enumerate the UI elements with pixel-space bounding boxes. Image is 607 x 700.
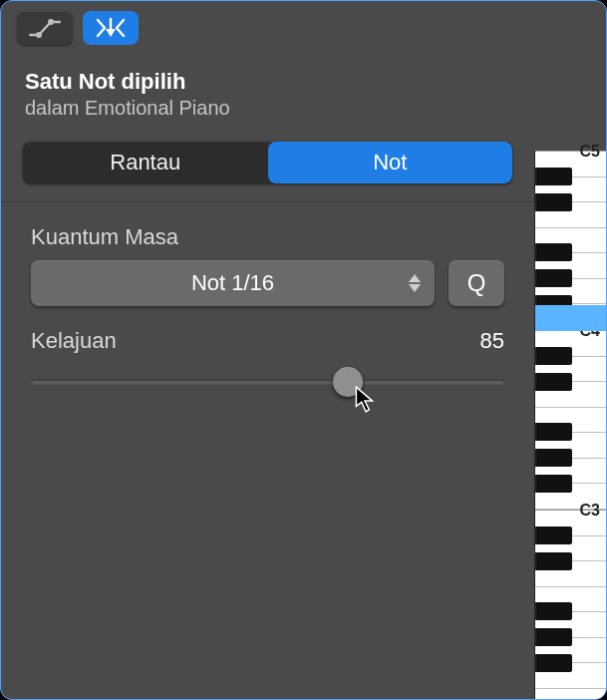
midi-in-icon <box>95 17 127 39</box>
velocity-value: 85 <box>480 328 504 354</box>
segment-note[interactable]: Not <box>268 142 513 183</box>
octave-c5[interactable]: C5 <box>535 151 606 330</box>
slider-track <box>31 380 504 385</box>
midi-in-tool-button[interactable] <box>83 11 139 45</box>
slider-thumb[interactable] <box>333 367 363 397</box>
main-area: Satu Not dipilih dalam Emotional Piano R… <box>1 1 534 699</box>
stepper-icon <box>409 274 421 292</box>
header: Satu Not dipilih dalam Emotional Piano <box>1 49 534 136</box>
c4-highlight <box>535 305 606 331</box>
svg-point-0 <box>36 32 42 38</box>
controls: Kuantum Masa Not 1/16 Q Kelajuan 85 <box>1 202 534 396</box>
mode-segmented-control[interactable]: Rantau Not <box>23 142 512 183</box>
octave-c4[interactable]: C4 <box>535 330 606 510</box>
svg-point-1 <box>48 19 54 25</box>
toolbar <box>1 1 534 49</box>
automation-tool-button[interactable] <box>17 11 73 45</box>
time-quantize-select[interactable]: Not 1/16 <box>31 260 435 306</box>
automation-icon <box>29 17 61 39</box>
velocity-label: Kelajuan <box>31 328 117 354</box>
svg-marker-5 <box>409 284 421 292</box>
velocity-slider[interactable] <box>31 368 504 396</box>
octave-c3[interactable]: C3 <box>535 510 606 689</box>
editor-panel: Satu Not dipilih dalam Emotional Piano R… <box>0 0 607 700</box>
svg-marker-3 <box>106 29 116 37</box>
segment-region[interactable]: Rantau <box>23 142 268 183</box>
selection-subtitle: dalam Emotional Piano <box>25 97 510 120</box>
time-quantize-label: Kuantum Masa <box>31 224 504 250</box>
svg-marker-4 <box>409 274 421 282</box>
selection-title: Satu Not dipilih <box>25 69 510 95</box>
time-quantize-value: Not 1/16 <box>191 270 274 296</box>
piano-ruler[interactable]: C5 C4 C3 <box>534 151 606 699</box>
quantize-button[interactable]: Q <box>449 260 504 306</box>
